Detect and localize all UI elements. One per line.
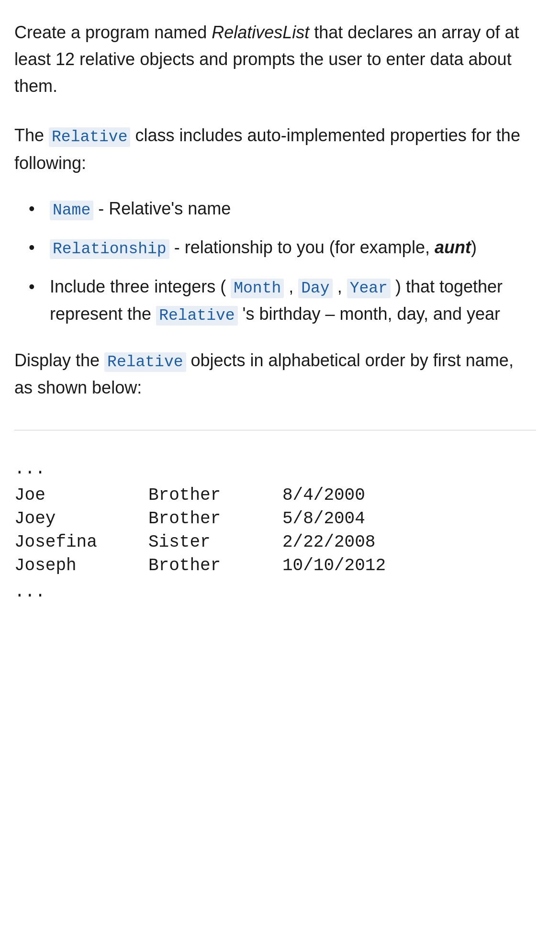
integers-property-item: Include three integers ( Month , Day , Y… (29, 273, 536, 328)
relative-class-paragraph: The Relative class includes auto-impleme… (14, 122, 536, 176)
relative-code-2: Relative (156, 306, 237, 326)
date-cell: 8/4/2000 (282, 484, 536, 507)
data-section: ... Joe Brother 8/4/2000 Joey Brother 5/… (14, 450, 536, 611)
relationship-code: Relationship (50, 239, 169, 259)
relationship-cell: Brother (148, 554, 282, 577)
table-row: Joseph Brother 10/10/2012 (14, 554, 536, 577)
table-row: Joe Brother 8/4/2000 (14, 484, 536, 507)
intro-paragraph: Create a program named RelativesList tha… (14, 19, 536, 99)
date-cell: 5/8/2004 (282, 507, 536, 530)
display-paragraph: Display the Relative objects in alphabet… (14, 347, 536, 401)
properties-list: Name - Relative's name Relationship - re… (29, 195, 536, 328)
name-property-item: Name - Relative's name (29, 195, 536, 223)
ellipsis-bottom: ... (14, 582, 536, 602)
table-row: Joey Brother 5/8/2004 (14, 507, 536, 530)
data-table: Joe Brother 8/4/2000 Joey Brother 5/8/20… (14, 484, 536, 577)
relationship-cell: Sister (148, 530, 282, 554)
ellipsis-top: ... (14, 459, 536, 479)
table-row: Josefina Sister 2/22/2008 (14, 530, 536, 554)
date-cell: 10/10/2012 (282, 554, 536, 577)
date-cell: 2/22/2008 (282, 530, 536, 554)
relationship-cell: Brother (148, 507, 282, 530)
relative-class-code: Relative (49, 127, 130, 147)
month-code: Month (231, 279, 284, 298)
aunt-example: aunt (435, 237, 471, 257)
name-cell: Joe (14, 484, 148, 507)
content-area: Create a program named RelativesList tha… (14, 19, 536, 611)
name-description: - Relative's name (98, 199, 231, 218)
relative-code-3: Relative (104, 352, 186, 372)
relationship-cell: Brother (148, 484, 282, 507)
name-code: Name (50, 201, 93, 220)
section-divider (14, 430, 536, 430)
name-cell: Joey (14, 507, 148, 530)
relationship-description: - relationship to you (for example, aunt… (174, 237, 477, 257)
program-name: RelativesList (212, 23, 309, 42)
name-cell: Josefina (14, 530, 148, 554)
day-code: Day (298, 279, 332, 298)
name-cell: Joseph (14, 554, 148, 577)
year-code: Year (347, 279, 391, 298)
relationship-property-item: Relationship - relationship to you (for … (29, 234, 536, 261)
